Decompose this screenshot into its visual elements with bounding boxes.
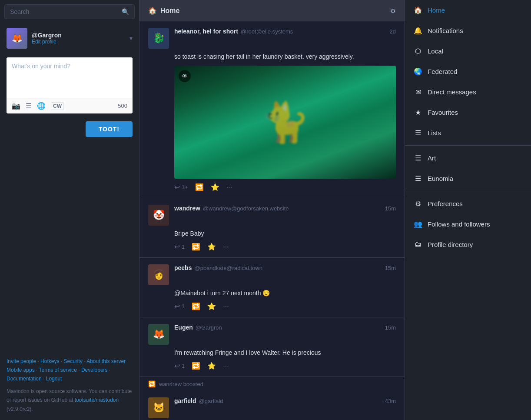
documentation-link[interactable]: Documentation [7, 376, 42, 382]
list-icon: ☰ [414, 129, 422, 137]
bell-icon: 🔔 [414, 27, 422, 35]
sidebar-item-label: Lists [428, 129, 441, 137]
favourite-button[interactable]: ⭐ [207, 362, 216, 370]
post-content: I'm rewatching Fringe and I love Walter.… [174, 348, 396, 357]
reply-count: 1 [182, 363, 185, 369]
sidebar-item-profile-directory[interactable]: 🗂 Profile directory [405, 234, 531, 254]
avatar: 🤡 [148, 205, 169, 226]
post-actions: ↩ 1+ 🔁 ⭐ ··· [174, 183, 396, 191]
favourite-button[interactable]: ⭐ [207, 302, 216, 310]
column-header: 🏠 Home ⚙ [139, 0, 405, 21]
about-link[interactable]: About this server [86, 358, 126, 364]
sidebar-item-federated[interactable]: 🌏 Federated [405, 61, 531, 82]
sidebar-item-notifications[interactable]: 🔔 Notifications [405, 20, 531, 41]
gear-icon: ⚙ [414, 200, 422, 208]
post-name: heleanor, hel for short [174, 28, 238, 35]
sidebar-item-label: Eunomia [428, 175, 453, 182]
post-image-inner: 👁 🐈 [174, 66, 396, 179]
more-button[interactable]: ··· [223, 362, 229, 370]
sidebar-item-lists[interactable]: ☰ Lists [405, 123, 531, 143]
sidebar-item-favourites[interactable]: ★ Favourites [405, 102, 531, 123]
favourite-button[interactable]: ⭐ [207, 243, 216, 251]
text-icon[interactable]: ☰ [26, 102, 32, 110]
developers-link[interactable]: Developers [81, 367, 108, 373]
reply-count: 1 [182, 243, 185, 250]
post-meta: Eugen @Gargron 15m [174, 324, 396, 331]
table-row: 👩 peebs @pbandkate@radical.town 15m @Mai… [139, 258, 405, 317]
home-icon: 🏠 [148, 7, 157, 15]
reply-button[interactable]: ↩ 1+ [174, 183, 188, 191]
globe-icon[interactable]: 🌐 [37, 102, 46, 110]
sidebar-item-direct-messages[interactable]: ✉ Direct messages [405, 82, 531, 102]
boost-icon: 🔁 [148, 380, 156, 387]
boost-button[interactable]: 🔁 [192, 302, 200, 310]
post-header: 👩 peebs @pbandkate@radical.town 15m [148, 264, 396, 285]
sidebar-item-label: Preferences [428, 200, 463, 207]
more-button[interactable]: ··· [223, 303, 229, 310]
sidebar-item-label: Federated [428, 68, 457, 75]
hotkeys-link[interactable]: Hotkeys [40, 358, 59, 364]
profile-info: @Gargron Edit profile [32, 32, 125, 45]
left-sidebar: 🔍 🦊 @Gargron Edit profile ▾ 📷 ☰ 🌐 CW 500… [0, 0, 139, 420]
feed: 🐉 heleanor, hel for short @root@elle.sys… [139, 21, 405, 420]
post-time: 15m [385, 205, 396, 212]
boost-button[interactable]: 🔁 [192, 362, 200, 370]
table-row: 🦊 Eugen @Gargron 15m I'm rewatching Frin… [139, 317, 405, 377]
cat-silhouette: 🐈 [261, 100, 309, 145]
compose-textarea[interactable] [7, 57, 133, 97]
post-image[interactable]: 👁 🐈 [174, 66, 396, 179]
post-actions: ↩ 1 🔁 ⭐ ··· [174, 243, 396, 251]
sidebar-item-label: Home [428, 7, 445, 14]
post-handle: @garfiald [199, 398, 223, 404]
sidebar-item-follows-and-followers[interactable]: 👥 Follows and followers [405, 214, 531, 234]
post-header: 🤡 wandrew @wandrew@godforsaken.website 1… [148, 205, 396, 226]
repo-link[interactable]: tootsuite/mastodon [75, 397, 119, 403]
reply-count: 1 [182, 303, 185, 310]
favourite-button[interactable]: ⭐ [211, 183, 219, 191]
boost-button[interactable]: 🔁 [192, 243, 200, 251]
directory-icon: 🗂 [414, 240, 422, 248]
mobile-apps-link[interactable]: Mobile apps [7, 367, 35, 373]
toot-btn-row: TOOT! [0, 118, 139, 140]
security-link[interactable]: Security [63, 358, 82, 364]
post-author: Eugen @Gargron 15m [174, 324, 396, 331]
sidebar-item-label: Art [428, 154, 436, 162]
invite-people-link[interactable]: Invite people [7, 358, 36, 364]
reply-button[interactable]: ↩ 1 [174, 243, 185, 251]
compose-toolbar: 📷 ☰ 🌐 CW 500 [7, 98, 133, 113]
post-handle: @pbandkate@radical.town [194, 265, 262, 271]
post-meta: peebs @pbandkate@radical.town 15m [174, 264, 396, 271]
nav-divider-2 [405, 191, 531, 191]
profile-edit-link[interactable]: Edit profile [32, 39, 125, 45]
more-button[interactable]: ··· [226, 183, 232, 191]
post-header: 🦊 Eugen @Gargron 15m [148, 324, 396, 345]
logout-link[interactable]: Logout [46, 376, 62, 382]
post-handle: @root@elle.systems [241, 28, 293, 35]
avatar: 🐉 [148, 28, 169, 49]
toot-button[interactable]: TOOT! [86, 121, 133, 137]
sidebar-item-label: Notifications [428, 27, 463, 34]
sidebar-item-local[interactable]: ⬡ Local [405, 41, 531, 61]
camera-icon[interactable]: 📷 [12, 102, 20, 110]
terms-link[interactable]: Terms of service [39, 367, 77, 373]
avatar-image: 🦊 [7, 28, 27, 49]
reply-count: 1+ [182, 184, 188, 190]
sidebar-item-eunomia[interactable]: ☰ Eunomia [405, 168, 531, 189]
avatar: 👩 [148, 264, 169, 285]
search-input[interactable] [10, 8, 122, 15]
more-button[interactable]: ··· [223, 243, 229, 251]
sidebar-item-preferences[interactable]: ⚙ Preferences [405, 193, 531, 214]
boost-button[interactable]: 🔁 [195, 183, 204, 191]
search-bar[interactable]: 🔍 [4, 4, 135, 19]
profile-dropdown-toggle[interactable]: ▾ [129, 35, 133, 42]
reply-button[interactable]: ↩ 1 [174, 362, 185, 370]
sidebar-item-art[interactable]: ☰ Art [405, 148, 531, 168]
sidebar-item-home[interactable]: 🏠 Home [405, 0, 531, 20]
table-row: 🐉 heleanor, hel for short @root@elle.sys… [139, 21, 405, 198]
post-content: @Mainebot i turn 27 next month 😒 [174, 289, 396, 298]
center-column: 🏠 Home ⚙ 🐉 heleanor, hel for short @root… [139, 0, 405, 420]
cw-button[interactable]: CW [51, 102, 64, 110]
post-handle: @wandrew@godforsaken.website [203, 205, 289, 212]
column-settings-icon[interactable]: ⚙ [390, 7, 396, 14]
reply-button[interactable]: ↩ 1 [174, 302, 185, 310]
